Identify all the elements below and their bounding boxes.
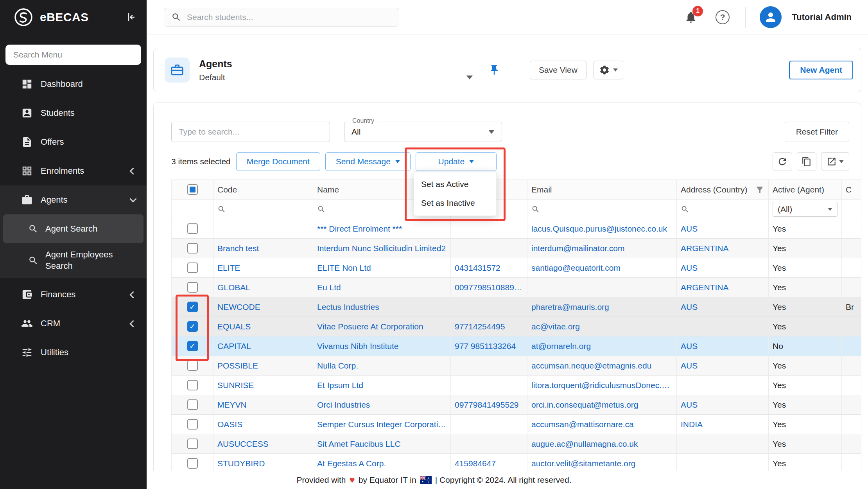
agent-email-link[interactable]: at@ornareln.org (531, 342, 591, 351)
agent-code-link[interactable]: OASIS (217, 420, 242, 429)
filter-cell-active[interactable]: (All) (769, 200, 842, 219)
agent-name-link[interactable]: Semper Cursus Integer Corporation (317, 420, 447, 429)
sidebar-item-students[interactable]: Students (0, 99, 147, 128)
sidebar-item-crm[interactable]: CRM (0, 309, 147, 338)
agent-code-link[interactable]: Branch test (217, 244, 259, 253)
filter-cell-code[interactable] (213, 200, 313, 219)
agent-country[interactable]: AUS (681, 400, 698, 410)
row-checkbox-cell[interactable] (171, 317, 213, 336)
agent-email-link[interactable]: pharetra@mauris.org (531, 302, 609, 312)
agent-country[interactable]: AUS (681, 302, 698, 312)
reset-filter-button[interactable]: Reset Filter (785, 122, 849, 142)
agent-email-link[interactable]: orci.in.consequat@metus.org (531, 400, 638, 410)
new-agent-button[interactable]: New Agent (789, 61, 853, 79)
row-checkbox[interactable] (187, 360, 198, 371)
agent-email-link[interactable]: santiago@equatorit.com (531, 263, 621, 273)
sidebar-collapse-icon[interactable] (125, 11, 136, 23)
filter-funnel-icon[interactable] (755, 185, 764, 194)
row-checkbox[interactable] (187, 439, 198, 449)
agent-email-link[interactable]: lacus.Quisque.purus@justonec.co.uk (531, 224, 667, 234)
refresh-button[interactable] (773, 152, 792, 171)
user-name[interactable]: Tutorial Admin (792, 12, 852, 22)
row-checkbox-cell[interactable] (171, 336, 213, 356)
table-row[interactable]: MEYVN Orci Industries 09779841495529 orc… (171, 395, 861, 415)
row-checkbox-cell[interactable] (171, 278, 213, 297)
menu-item-set-as-inactive[interactable]: Set as Inactive (414, 194, 496, 212)
row-checkbox-cell[interactable] (171, 356, 213, 376)
student-search-input[interactable] (187, 13, 392, 22)
table-row[interactable]: AUSUCCESS Sit Amet Faucibus LLC augue.ac… (171, 434, 861, 454)
table-row[interactable]: GLOBAL Eu Ltd 009779851088964 ARGENTINA … (171, 278, 861, 297)
row-checkbox[interactable] (187, 282, 198, 293)
active-filter-select[interactable]: (All) (773, 202, 838, 217)
row-checkbox[interactable] (187, 262, 198, 273)
sidebar-item-agents[interactable]: Agents (0, 185, 147, 214)
agent-name-link[interactable]: Orci Industries (317, 400, 370, 410)
pin-view-button[interactable] (488, 64, 500, 76)
column-header-active[interactable]: Active (Agent) (769, 180, 842, 200)
agent-name-link[interactable]: Interdum Nunc Sollicitudin Limited2 (317, 244, 446, 253)
table-row[interactable]: SUNRISE Et Ipsum Ltd litora.torquent@rid… (171, 376, 861, 395)
table-row[interactable]: EQUALS Vitae Posuere At Corporation 9771… (171, 317, 861, 336)
row-checkbox-cell[interactable] (171, 239, 213, 258)
agent-code-link[interactable]: CAPITAL (217, 342, 251, 351)
column-header-address[interactable]: Address (Country) (677, 180, 769, 200)
row-checkbox-cell[interactable] (171, 376, 213, 395)
row-checkbox-cell[interactable] (171, 297, 213, 317)
agent-code-link[interactable]: SUNRISE (217, 381, 254, 390)
agent-country[interactable]: AUS (681, 361, 698, 370)
sidebar-item-agent-search[interactable]: Agent Search (3, 214, 143, 243)
table-row[interactable]: NEWCODE Lectus Industries pharetra@mauri… (171, 297, 861, 317)
agent-name-link[interactable]: Et Ipsum Ltd (317, 381, 363, 390)
agent-code-link[interactable]: STUDYBIRD (217, 459, 265, 468)
agent-name-link[interactable]: Sit Amet Faucibus LLC (317, 439, 401, 449)
table-row[interactable]: Branch test Interdum Nunc Sollicitudin L… (171, 239, 861, 258)
merge-document-button[interactable]: Merge Document (236, 152, 320, 171)
agent-email-link[interactable]: interdum@mailinator.com (531, 244, 624, 253)
agent-code-link[interactable]: EQUALS (217, 322, 251, 331)
agent-email-link[interactable]: ac@vitae.org (531, 322, 580, 331)
row-checkbox[interactable] (187, 380, 198, 390)
row-checkbox[interactable] (187, 458, 198, 469)
row-checkbox-cell[interactable] (171, 415, 213, 434)
export-button[interactable] (821, 152, 849, 171)
agent-code-link[interactable]: GLOBAL (217, 283, 250, 292)
notifications-button[interactable]: 1 (684, 11, 698, 24)
help-button[interactable]: ? (716, 10, 730, 24)
select-all-checkbox[interactable] (187, 184, 198, 195)
update-button[interactable]: Update (416, 152, 497, 171)
agent-name-link[interactable]: At Egestas A Corp. (317, 459, 386, 468)
row-checkbox-cell[interactable] (171, 258, 213, 278)
row-checkbox-cell[interactable] (171, 395, 213, 415)
agent-name-link[interactable]: Eu Ltd (317, 283, 341, 292)
view-selector[interactable]: Default (199, 73, 473, 82)
select-all-cell[interactable] (171, 180, 213, 200)
row-checkbox-cell[interactable] (171, 434, 213, 454)
row-checkbox[interactable] (187, 302, 198, 312)
agent-email-link[interactable]: accumsan.neque@etmagnis.edu (531, 361, 651, 370)
agent-country[interactable]: ARGENTINA (681, 244, 729, 253)
save-view-button[interactable]: Save View (530, 61, 586, 79)
menu-search-input[interactable] (5, 45, 141, 65)
filter-cell-address[interactable] (677, 200, 769, 219)
table-row[interactable]: *** Direct Enrolment *** lacus.Quisque.p… (171, 219, 861, 239)
view-settings-button[interactable] (594, 61, 623, 79)
menu-item-set-as-active[interactable]: Set as Active (414, 175, 496, 194)
agent-name-link[interactable]: ELITE Non Ltd (317, 263, 371, 273)
sidebar-item-offers[interactable]: Offers (0, 128, 147, 156)
agent-country[interactable]: AUS (681, 342, 698, 351)
column-header-code[interactable]: Code (213, 180, 313, 200)
grid-search-input[interactable] (171, 122, 330, 142)
agent-code-link[interactable]: AUSUCCESS (217, 439, 269, 449)
user-avatar[interactable] (760, 6, 782, 28)
agent-email-link[interactable]: litora.torquent@ridiculusmusDonec.net (531, 381, 673, 390)
agent-email-link[interactable]: accumsan@mattisornare.ca (531, 420, 634, 429)
row-checkbox-cell[interactable] (171, 219, 213, 239)
sidebar-item-finances[interactable]: Finances (0, 280, 147, 309)
agent-name-link[interactable]: Lectus Industries (317, 302, 379, 312)
copy-button[interactable] (797, 152, 816, 171)
send-message-button[interactable]: Send Message (325, 152, 411, 171)
column-header-email[interactable]: Email (527, 180, 677, 200)
filter-cell-email[interactable] (527, 200, 677, 219)
table-row[interactable]: POSSIBLE Nulla Corp. accumsan.neque@etma… (171, 356, 861, 376)
